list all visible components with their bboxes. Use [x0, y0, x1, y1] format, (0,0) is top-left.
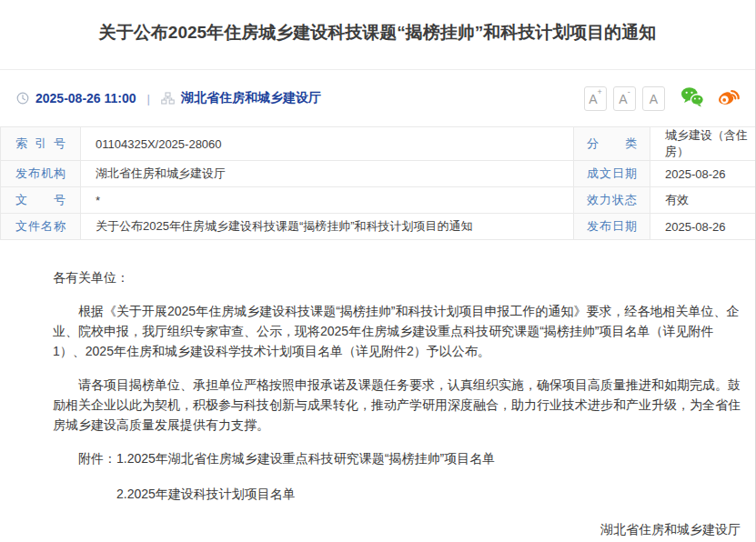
info-label: 效力状态 [587, 192, 637, 208]
wechat-share-icon[interactable] [680, 86, 704, 111]
table-row: 文件名称 关于公布2025年住房城乡建设科技课题“揭榜挂帅”和科技计划项目的通知… [1, 214, 756, 240]
info-value: 2025-08-26 [650, 214, 756, 240]
meta-separator: | [147, 92, 150, 105]
signature-block: 湖北省住房和城乡建设厅 2025年8月26日 [53, 519, 741, 542]
article-header: 关于公布2025年住房城乡建设科技课题“揭榜挂帅”和科技计划项目的通知 [0, 0, 755, 70]
info-value: 2025-08-26 [650, 161, 756, 187]
font-decrease-button[interactable]: A- [613, 86, 636, 111]
info-value: 有效 [650, 187, 756, 214]
paragraph: 请各项目揭榜单位、承担单位严格按照申报承诺及课题任务要求，认真组织实施，确保项目… [53, 375, 741, 435]
meta-tools: A+ A- A [584, 85, 741, 111]
table-row: 发布机构 湖北省住房和城乡建设厅 成文日期 2025-08-26 [1, 161, 756, 187]
paragraph: 根据《关于开展2025年住房城乡建设科技课题“揭榜挂帅”和科技计划项目申报工作的… [53, 301, 741, 361]
sitemap-icon [161, 92, 175, 105]
font-decrease-sup: - [628, 87, 630, 96]
font-decrease-label: A [619, 91, 627, 105]
info-label: 发布日期 [587, 218, 637, 235]
font-increase-button[interactable]: A+ [584, 86, 607, 111]
info-label: 文件名称 [15, 218, 66, 235]
info-value: 01104325X/2025-28060 [81, 127, 574, 161]
table-row: 索引号 01104325X/2025-28060 分类 城乡建设（含住房） [1, 127, 756, 161]
font-increase-label: A [589, 91, 597, 105]
attachment-line-1: 附件：1.2025年湖北省住房城乡建设重点科技研究课题“揭榜挂帅”项目名单 [53, 448, 741, 468]
font-reset-label: A [650, 91, 658, 105]
info-value: 关于公布2025年住房城乡建设科技课题“揭榜挂帅”和科技计划项目的通知 [81, 214, 574, 240]
meta-bar: 2025-08-26 11:00 | 湖北省住房和城乡建设厅 A+ A- A [0, 70, 755, 126]
info-value: * [81, 187, 574, 214]
publish-time: 2025-08-26 11:00 [35, 91, 136, 105]
attachment-line-2: 2.2025年建设科技计划项目名单 [116, 484, 741, 504]
document-info-table: 索引号 01104325X/2025-28060 分类 城乡建设（含住房） 发布… [0, 126, 756, 240]
info-value: 城乡建设（含住房） [650, 127, 756, 161]
info-value: 湖北省住房和城乡建设厅 [81, 161, 574, 187]
article-body: 各有关单位： 根据《关于开展2025年住房城乡建设科技课题“揭榜挂帅”和科技计划… [0, 240, 755, 542]
weibo-share-icon[interactable] [716, 85, 741, 111]
info-label: 文号 [15, 192, 66, 208]
meta-info: 2025-08-26 11:00 | 湖北省住房和城乡建设厅 [16, 90, 321, 106]
page-title: 关于公布2025年住房城乡建设科技课题“揭榜挂帅”和科技计划项目的通知 [0, 19, 755, 46]
salutation: 各有关单位： [53, 267, 741, 287]
info-label: 索引号 [15, 136, 66, 152]
table-row: 文号 * 效力状态 有效 [1, 187, 756, 214]
font-increase-sup: + [598, 87, 602, 96]
info-label: 发布机构 [15, 166, 66, 182]
info-label: 成文日期 [587, 166, 637, 182]
info-label: 分类 [587, 136, 637, 152]
clock-icon [16, 92, 29, 105]
font-reset-button[interactable]: A [642, 86, 665, 111]
source-org: 湖北省住房和城乡建设厅 [181, 90, 321, 106]
signature-org: 湖北省住房和城乡建设厅 [53, 519, 741, 539]
